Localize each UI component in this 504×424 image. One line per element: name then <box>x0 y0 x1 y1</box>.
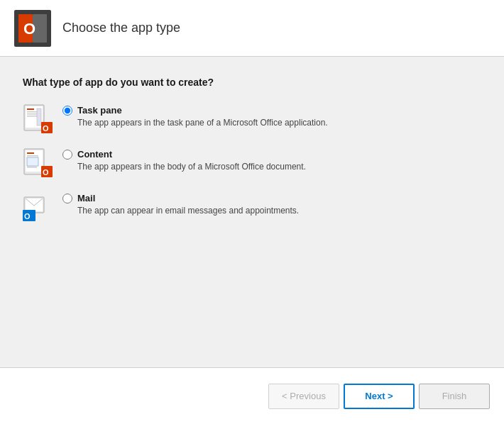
svg-text:O: O <box>24 212 31 221</box>
content-label: Content <box>77 149 112 160</box>
svg-rect-6 <box>27 108 34 110</box>
previous-button[interactable]: < Previous <box>268 384 339 409</box>
mail-option-content: Mail The app can appear in email message… <box>62 191 299 216</box>
task-pane-desc: The app appears in the task pane of a Mi… <box>77 118 328 128</box>
dialog-title: Choose the app type <box>62 21 180 35</box>
dialog-footer: < Previous Next > Finish <box>0 367 504 424</box>
svg-text:O: O <box>43 168 49 177</box>
option-content: O Content The app appears in the body of… <box>23 147 481 179</box>
svg-rect-7 <box>27 111 38 113</box>
svg-rect-9 <box>27 116 38 117</box>
content-app-icon: O <box>23 147 54 179</box>
mail-app-icon: O <box>23 191 54 223</box>
svg-text:O: O <box>23 20 35 38</box>
main-content: What type of app do you want to create? … <box>0 57 504 367</box>
mail-desc: The app can appear in email messages and… <box>77 206 299 216</box>
content-radio[interactable] <box>62 150 72 160</box>
content-desc: The app appears in the body of a Microso… <box>77 162 306 172</box>
office-logo-icon: O <box>14 10 51 47</box>
option-mail: O Mail The app can appear in email messa… <box>23 191 481 223</box>
task-pane-label: Task pane <box>77 105 122 116</box>
task-pane-radio[interactable] <box>62 106 72 116</box>
svg-text:O: O <box>43 124 49 133</box>
svg-rect-18 <box>27 167 37 168</box>
finish-button[interactable]: Finish <box>419 384 490 409</box>
task-pane-icon: O <box>23 104 54 135</box>
question-label: What type of app do you want to create? <box>23 77 481 88</box>
svg-rect-10 <box>37 108 41 125</box>
svg-rect-16 <box>27 155 38 157</box>
next-button[interactable]: Next > <box>344 384 415 409</box>
task-pane-option-content: Task pane The app appears in the task pa… <box>62 104 328 128</box>
svg-rect-15 <box>27 152 34 154</box>
svg-rect-17 <box>27 157 38 166</box>
mail-radio[interactable] <box>62 194 72 203</box>
mail-label: Mail <box>77 193 95 203</box>
content-option-content: Content The app appears in the body of a… <box>62 147 306 172</box>
dialog-header: O Choose the app type <box>0 0 504 57</box>
svg-rect-8 <box>27 113 37 115</box>
option-task-pane: O Task pane The app appears in the task … <box>23 104 481 135</box>
